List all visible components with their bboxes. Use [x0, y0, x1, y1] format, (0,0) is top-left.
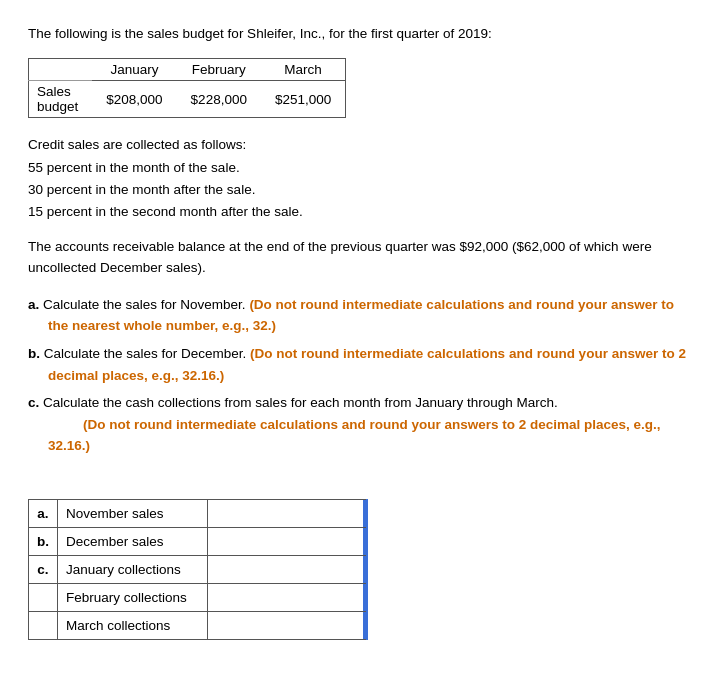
- row-a-label: November sales: [58, 499, 208, 527]
- row-c-letter: c.: [29, 555, 58, 583]
- table-row: a. November sales: [29, 499, 368, 527]
- row-e-letter: [29, 611, 58, 639]
- row-d-input[interactable]: [207, 583, 367, 611]
- jan-value: $208,000: [92, 81, 176, 118]
- question-c-instruction: (Do not round intermediate calculations …: [48, 417, 661, 454]
- question-a-text: Calculate the sales for November.: [43, 297, 249, 312]
- row-e-input[interactable]: [207, 611, 367, 639]
- ar-info-text: The accounts receivable balance at the e…: [28, 237, 692, 278]
- row-c-label: January collections: [58, 555, 208, 583]
- row-a-letter: a.: [29, 499, 58, 527]
- row-a-input[interactable]: [207, 499, 367, 527]
- credit-line-1: 55 percent in the month of the sale.: [28, 157, 692, 179]
- col-header-march: March: [261, 59, 346, 81]
- table-row: c. January collections: [29, 555, 368, 583]
- feb-value: $228,000: [177, 81, 261, 118]
- question-c-prefix: c.: [28, 395, 43, 410]
- table-row: March collections: [29, 611, 368, 639]
- credit-heading: Credit sales are collected as follows:: [28, 134, 692, 156]
- question-b-text: Calculate the sales for December.: [44, 346, 250, 361]
- row-c-input[interactable]: [207, 555, 367, 583]
- credit-info-section: Credit sales are collected as follows: 5…: [28, 134, 692, 223]
- col-header-january: January: [92, 59, 176, 81]
- question-a: a. Calculate the sales for November. (Do…: [28, 294, 692, 337]
- question-c-text: Calculate the cash collections from sale…: [43, 395, 558, 410]
- questions-section: a. Calculate the sales for November. (Do…: [28, 294, 692, 457]
- sales-budget-label: Salesbudget: [29, 81, 93, 118]
- table-row: b. December sales: [29, 527, 368, 555]
- sales-budget-table: January February March Salesbudget $208,…: [28, 58, 346, 118]
- mar-value: $251,000: [261, 81, 346, 118]
- col-header-february: February: [177, 59, 261, 81]
- question-c: c. Calculate the cash collections from s…: [28, 392, 692, 457]
- row-b-input[interactable]: [207, 527, 367, 555]
- row-b-letter: b.: [29, 527, 58, 555]
- credit-line-3: 15 percent in the second month after the…: [28, 201, 692, 223]
- credit-line-2: 30 percent in the month after the sale.: [28, 179, 692, 201]
- row-d-label: February collections: [58, 583, 208, 611]
- question-b: b. Calculate the sales for December. (Do…: [28, 343, 692, 386]
- question-a-prefix: a.: [28, 297, 43, 312]
- row-b-label: December sales: [58, 527, 208, 555]
- row-d-letter: [29, 583, 58, 611]
- table-row: February collections: [29, 583, 368, 611]
- intro-text: The following is the sales budget for Sh…: [28, 24, 692, 44]
- answer-table-container: a. November sales b. December sales c. J…: [28, 481, 692, 640]
- row-e-label: March collections: [58, 611, 208, 639]
- answer-table: a. November sales b. December sales c. J…: [28, 499, 368, 640]
- question-b-prefix: b.: [28, 346, 44, 361]
